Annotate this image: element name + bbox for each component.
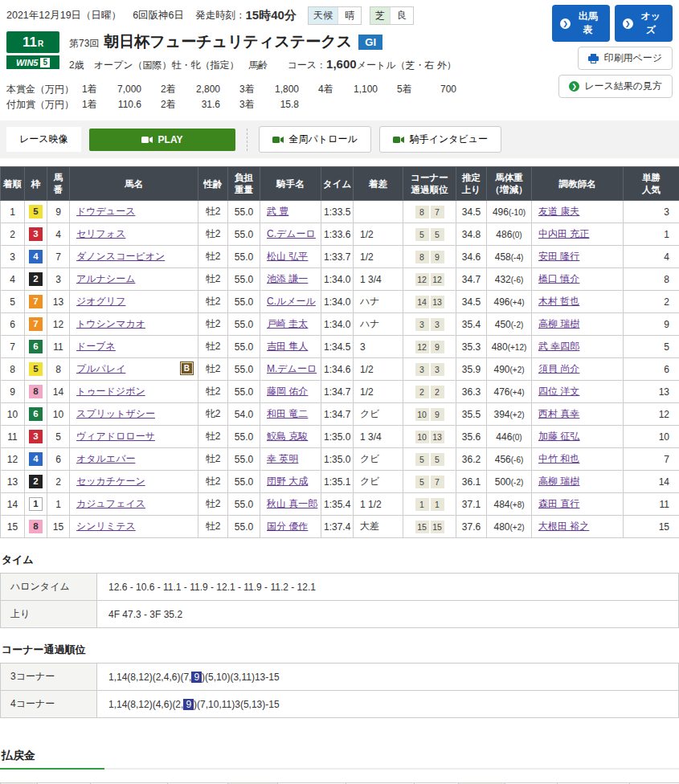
horse-name-link[interactable]: シンリミテス bbox=[76, 521, 136, 532]
trainer-name-link[interactable]: 四位 洋文 bbox=[538, 386, 579, 397]
horse-name-link[interactable]: ドーブネ bbox=[76, 341, 116, 352]
horse-name-link[interactable]: ヴィアドロローサ bbox=[76, 431, 155, 442]
jockey-cell: 和田 竜二 bbox=[260, 403, 321, 426]
horse-name-cell: トウシンマカオ bbox=[70, 313, 198, 336]
trainer-name-link[interactable]: 高柳 瑞樹 bbox=[538, 318, 579, 329]
corner-positions: 22 bbox=[403, 381, 456, 403]
jockey-name-link[interactable]: C.デムーロ bbox=[267, 228, 316, 239]
jockey-name-link[interactable]: M.デムーロ bbox=[267, 363, 317, 374]
carried-weight: 55.0 bbox=[228, 268, 260, 291]
jockey-name-link[interactable]: 団野 大成 bbox=[267, 476, 308, 487]
jockey-name-link[interactable]: 藤岡 佑介 bbox=[267, 386, 308, 397]
horse-name-link[interactable]: アルナシーム bbox=[76, 273, 135, 284]
trainer-cell: 須貝 尚介 bbox=[532, 358, 624, 381]
sex-age: 牡2 bbox=[198, 268, 228, 291]
sex-age: 牡2 bbox=[198, 201, 228, 223]
race-video-button[interactable]: レース映像 bbox=[6, 127, 81, 152]
trainer-name-link[interactable]: 大根田 裕之 bbox=[538, 521, 589, 532]
horse-name-link[interactable]: トウシンマカオ bbox=[76, 318, 145, 329]
trainer-cell: 四位 洋文 bbox=[532, 381, 624, 403]
jockey-interview-button[interactable]: 騎手インタビュー bbox=[379, 126, 501, 153]
prize-place-label: 4着 bbox=[318, 82, 341, 97]
corner-positions: 55 bbox=[403, 223, 456, 246]
carried-weight: 55.0 bbox=[228, 291, 260, 313]
corner-position-box: 3 bbox=[431, 318, 444, 331]
trainer-name-link[interactable]: 須貝 尚介 bbox=[538, 363, 579, 374]
trainer-name-link[interactable]: 木村 哲也 bbox=[538, 296, 579, 307]
frame-number-badge: 1 bbox=[29, 497, 43, 511]
time-row-label: ハロンタイム bbox=[1, 574, 97, 601]
horse-name-link[interactable]: ドウデュース bbox=[76, 206, 135, 217]
jockey-name-link[interactable]: C.ルメール bbox=[267, 296, 316, 307]
body-weight-diff: (-2) bbox=[511, 478, 524, 487]
corner-positions: 89 bbox=[403, 246, 456, 268]
trainer-name-link[interactable]: 加藤 征弘 bbox=[538, 431, 579, 442]
trainer-name-link[interactable]: 高柳 瑞樹 bbox=[538, 476, 579, 487]
odds-button[interactable]: ❯ オッズ bbox=[615, 5, 673, 42]
corner-position-box: 9 bbox=[431, 341, 444, 353]
horse-name-link[interactable]: セッカチケーン bbox=[76, 476, 145, 487]
corner-position-box: 8 bbox=[415, 251, 429, 263]
corner-row-value: 1,14(8,12)(4,6)(2,9)(7,10,11)3(5,13)-15 bbox=[97, 691, 679, 718]
jockey-name-link[interactable]: 秋山 真一郎 bbox=[267, 498, 317, 509]
jockey-name-link[interactable]: 松山 弘平 bbox=[267, 251, 308, 262]
play-button[interactable]: PLAY bbox=[89, 129, 235, 151]
win-popularity: 12 bbox=[624, 403, 679, 426]
finish-position: 11 bbox=[1, 426, 25, 448]
jockey-name-link[interactable]: 池添 謙一 bbox=[267, 273, 308, 284]
jockey-name-link[interactable]: 戸崎 圭太 bbox=[267, 318, 308, 329]
finish-position: 5 bbox=[1, 291, 25, 313]
jockey-name-link[interactable]: 武 豊 bbox=[267, 206, 288, 217]
sex-age: 牡2 bbox=[198, 426, 228, 448]
result-guide-button[interactable]: ❯ レース結果の見方 bbox=[558, 75, 673, 98]
prize-main-label: 本賞金（万円） bbox=[6, 82, 82, 97]
horse-name-link[interactable]: プルパレイ bbox=[76, 363, 125, 374]
body-weight: 484(+8) bbox=[487, 493, 532, 516]
win-popularity: 11 bbox=[624, 493, 679, 516]
results-column-header: 着順 bbox=[1, 167, 25, 201]
trainer-name-link[interactable]: 中竹 和也 bbox=[538, 453, 579, 464]
guide-button-label: レース結果の見方 bbox=[584, 80, 662, 93]
highlighted-horse-number: 9 bbox=[183, 699, 194, 710]
trainer-cell: 友道 康夫 bbox=[532, 201, 624, 223]
frame-number-badge: 5 bbox=[29, 205, 43, 218]
finish-time: 1:33.7 bbox=[321, 246, 354, 268]
horse-name-link[interactable]: スプリットザシー bbox=[76, 408, 155, 419]
horse-name-link[interactable]: トゥードジボン bbox=[76, 386, 145, 397]
body-weight: 476(+4) bbox=[487, 381, 532, 403]
horse-name-link[interactable]: ジオグリフ bbox=[76, 296, 125, 307]
horse-number: 5 bbox=[47, 426, 70, 448]
corner-position-box: 2 bbox=[415, 386, 429, 398]
entries-button[interactable]: ❯ 出馬表 bbox=[552, 5, 610, 42]
patrol-video-button[interactable]: 全周パトロール bbox=[259, 126, 371, 153]
jockey-name-link[interactable]: 和田 竜二 bbox=[267, 408, 308, 419]
jockey-cell: 団野 大成 bbox=[260, 471, 321, 493]
trainer-name-link[interactable]: 中内田 充正 bbox=[538, 228, 589, 239]
horse-name-link[interactable]: オタルエバー bbox=[76, 453, 135, 464]
body-weight: 496(+4) bbox=[487, 291, 532, 313]
carried-weight: 55.0 bbox=[228, 358, 260, 381]
trainer-name-link[interactable]: 西村 真幸 bbox=[538, 408, 579, 419]
print-page-button[interactable]: 印刷用ページ bbox=[578, 47, 673, 70]
jockey-name-link[interactable]: 国分 優作 bbox=[267, 521, 308, 532]
jockey-name-link[interactable]: 吉田 隼人 bbox=[267, 341, 308, 352]
win-popularity: 6 bbox=[624, 358, 679, 381]
body-weight-diff: (-4) bbox=[511, 253, 524, 262]
trainer-name-link[interactable]: 友道 康夫 bbox=[538, 206, 579, 217]
trainer-name-link[interactable]: 武 幸四郎 bbox=[538, 341, 579, 352]
horse-name-link[interactable]: セリフォス bbox=[76, 228, 125, 239]
frame-number-badge: 4 bbox=[29, 452, 43, 466]
turf-value: 良 bbox=[390, 7, 413, 24]
trainer-name-link[interactable]: 安田 隆行 bbox=[538, 251, 579, 262]
corner-position-box: 3 bbox=[415, 363, 429, 376]
horse-name-link[interactable]: ダノンスコーピオン bbox=[76, 251, 165, 262]
trainer-name-link[interactable]: 橋口 慎介 bbox=[538, 273, 579, 284]
jockey-name-link[interactable]: 幸 英明 bbox=[267, 453, 298, 464]
horse-name-link[interactable]: カジュフェイス bbox=[76, 498, 145, 509]
jockey-name-link[interactable]: 鮫島 克駿 bbox=[267, 431, 308, 442]
horse-name-cell: ドウデュース bbox=[70, 201, 198, 223]
frame-cell: 6 bbox=[25, 403, 47, 426]
race-conditions-text: 2歳 オープン（国際）牡・牝（指定） 馬齢 コース： bbox=[69, 59, 326, 71]
corner-position-box: 3 bbox=[415, 318, 429, 331]
trainer-name-link[interactable]: 森田 直行 bbox=[538, 498, 579, 509]
